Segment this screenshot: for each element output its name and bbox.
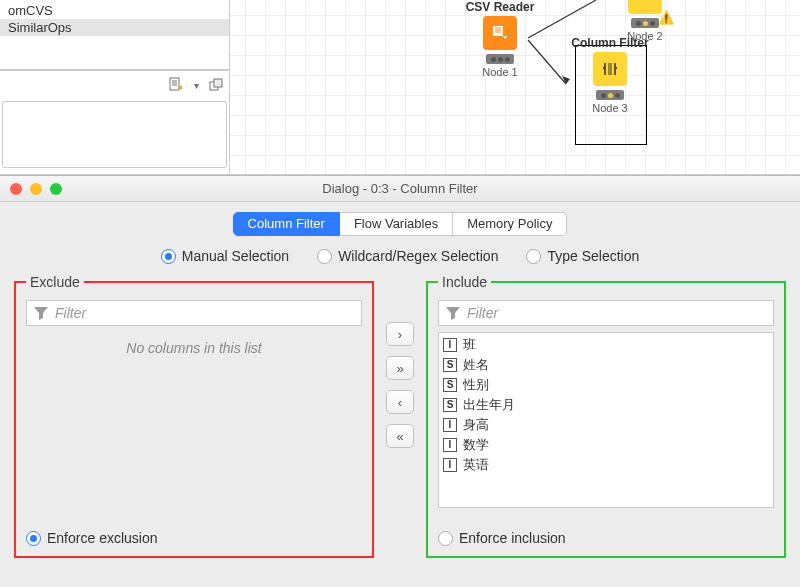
node-caption: Node 3: [592, 102, 627, 114]
workflow-canvas[interactable]: x ⚠️ Node 2 CSV Reader Node 1: [230, 0, 800, 174]
tab-strip: Column Filter Flow Variables Memory Poli…: [0, 202, 800, 244]
exclude-empty-message: No columns in this list: [26, 326, 362, 356]
document-icon[interactable]: [168, 77, 184, 93]
list-item[interactable]: I班: [441, 335, 771, 355]
column-name: 性别: [463, 376, 489, 394]
move-all-left-button[interactable]: «: [386, 424, 414, 448]
column-type-icon: S: [443, 358, 457, 372]
funnel-icon: [445, 305, 461, 321]
list-item[interactable]: S性别: [441, 375, 771, 395]
menu-icon[interactable]: ▾: [194, 80, 199, 91]
node-status-icon: [486, 54, 514, 64]
node-caption: Node 1: [482, 66, 517, 78]
radio-icon: [161, 249, 176, 264]
node-title: Column Filter: [565, 36, 655, 50]
radio-enforce-inclusion[interactable]: Enforce inclusion: [438, 530, 566, 546]
radio-type-selection[interactable]: Type Selection: [526, 248, 639, 264]
column-name: 出生年月: [463, 396, 515, 414]
radio-icon: [317, 249, 332, 264]
column-name: 姓名: [463, 356, 489, 374]
node-status-icon: [596, 90, 624, 100]
radio-wildcard-selection[interactable]: Wildcard/Regex Selection: [317, 248, 498, 264]
exclude-legend: Exclude: [26, 274, 84, 290]
move-all-right-button[interactable]: »: [386, 356, 414, 380]
column-name: 数学: [463, 436, 489, 454]
project-tree[interactable]: omCVS SimilarOps: [0, 0, 229, 70]
list-item[interactable]: I身高: [441, 415, 771, 435]
workflow-node-column-filter[interactable]: Column Filter Node 3: [565, 36, 655, 114]
list-item[interactable]: I数学: [441, 435, 771, 455]
funnel-icon: [33, 305, 49, 321]
tab-memory-policy[interactable]: Memory Policy: [453, 212, 567, 236]
column-mover: › » ‹ «: [382, 274, 418, 558]
lower-panel: ▾: [0, 70, 229, 174]
radio-label: Wildcard/Regex Selection: [338, 248, 498, 264]
column-type-icon: S: [443, 378, 457, 392]
include-legend: Include: [438, 274, 491, 290]
placeholder: Filter: [467, 305, 498, 321]
include-filter-input[interactable]: Filter: [438, 300, 774, 326]
list-item[interactable]: I英语: [441, 455, 771, 475]
exclude-panel: Exclude Filter No columns in this list E…: [14, 274, 374, 558]
radio-label: Type Selection: [547, 248, 639, 264]
tab-flow-variables[interactable]: Flow Variables: [340, 212, 453, 236]
move-left-button[interactable]: ‹: [386, 390, 414, 414]
dialog-title: Dialog - 0:3 - Column Filter: [322, 181, 477, 196]
include-column-list[interactable]: I班S姓名S性别S出生年月I身高I数学I英语: [438, 332, 774, 508]
include-panel: Include Filter I班S姓名S性别S出生年月I身高I数学I英语 En…: [426, 274, 786, 558]
node-icon: [483, 16, 517, 50]
minimize-icon[interactable]: [30, 183, 42, 195]
list-item[interactable]: S出生年月: [441, 395, 771, 415]
description-box: [2, 101, 227, 168]
workflow-node-csv-reader[interactable]: CSV Reader Node 1: [455, 0, 545, 78]
tab-column-filter[interactable]: Column Filter: [233, 212, 340, 236]
tree-item[interactable]: SimilarOps: [0, 19, 229, 36]
selection-mode-row: Manual Selection Wildcard/Regex Selectio…: [0, 244, 800, 274]
column-type-icon: S: [443, 398, 457, 412]
node-icon: [593, 52, 627, 86]
move-right-button[interactable]: ›: [386, 322, 414, 346]
radio-icon: [438, 531, 453, 546]
close-icon[interactable]: [10, 183, 22, 195]
column-type-icon: I: [443, 418, 457, 432]
node-icon: [628, 0, 662, 14]
exclude-filter-input[interactable]: Filter: [26, 300, 362, 326]
radio-icon: [26, 531, 41, 546]
svg-rect-2: [214, 79, 222, 87]
placeholder: Filter: [55, 305, 86, 321]
column-type-icon: I: [443, 438, 457, 452]
column-filter-dialog: Dialog - 0:3 - Column Filter Column Filt…: [0, 175, 800, 587]
column-name: 英语: [463, 456, 489, 474]
radio-enforce-exclusion[interactable]: Enforce exclusion: [26, 530, 158, 546]
radio-label: Enforce inclusion: [459, 530, 566, 546]
navigator-pane: omCVS SimilarOps ▾: [0, 0, 230, 174]
node-status-icon: [631, 18, 659, 28]
radio-label: Manual Selection: [182, 248, 289, 264]
zoom-icon[interactable]: [50, 183, 62, 195]
radio-icon: [526, 249, 541, 264]
radio-label: Enforce exclusion: [47, 530, 158, 546]
restore-icon[interactable]: [209, 78, 223, 92]
node-title: CSV Reader: [455, 0, 545, 14]
tree-item[interactable]: omCVS: [0, 2, 229, 19]
column-name: 身高: [463, 416, 489, 434]
column-type-icon: I: [443, 338, 457, 352]
svg-rect-0: [170, 78, 179, 90]
list-item[interactable]: S姓名: [441, 355, 771, 375]
column-type-icon: I: [443, 458, 457, 472]
column-name: 班: [463, 336, 476, 354]
dialog-titlebar[interactable]: Dialog - 0:3 - Column Filter: [0, 176, 800, 202]
radio-manual-selection[interactable]: Manual Selection: [161, 248, 289, 264]
